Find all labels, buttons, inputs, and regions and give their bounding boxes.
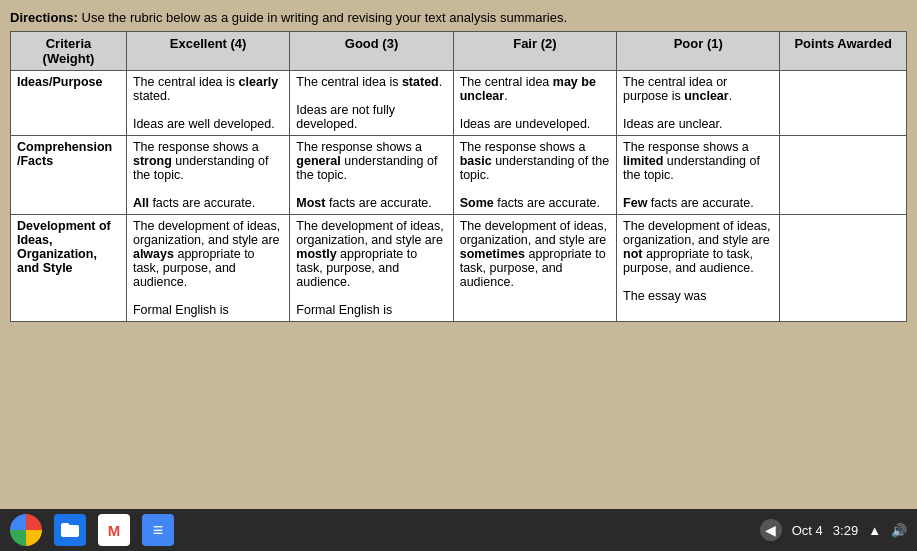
header-good: Good (3): [290, 32, 453, 71]
good-cell-3: The development of ideas, organization, …: [290, 215, 453, 322]
criteria-cell: Ideas/Purpose: [11, 71, 127, 136]
fair-cell-2: The response shows a basic understanding…: [453, 136, 616, 215]
header-fair: Fair (2): [453, 32, 616, 71]
table-row: Ideas/Purpose The central idea is clearl…: [11, 71, 907, 136]
wifi-icon: ▲: [868, 523, 881, 538]
points-cell-3: [780, 215, 907, 322]
docs-icon[interactable]: ≡: [142, 514, 174, 546]
table-row: Comprehension/Facts The response shows a…: [11, 136, 907, 215]
directions-body: Use the rubric below as a guide in writi…: [82, 10, 568, 25]
good-cell-1: The central idea is stated. Ideas are no…: [290, 71, 453, 136]
poor-cell-1: The central idea or purpose is unclear. …: [617, 71, 780, 136]
fair-cell-3: The development of ideas, organization, …: [453, 215, 616, 322]
points-cell-2: [780, 136, 907, 215]
gmail-icon[interactable]: M: [98, 514, 130, 546]
clock-display: 3:29: [833, 523, 858, 538]
volume-icon: 🔊: [891, 523, 907, 538]
excellent-cell-1: The central idea is clearly stated. Idea…: [126, 71, 289, 136]
excellent-cell-2: The response shows a strong understandin…: [126, 136, 289, 215]
rubric-table: Criteria(Weight) Excellent (4) Good (3) …: [10, 31, 907, 322]
header-criteria: Criteria(Weight): [11, 32, 127, 71]
header-excellent: Excellent (4): [126, 32, 289, 71]
poor-cell-2: The response shows a limited understandi…: [617, 136, 780, 215]
criteria-cell: Comprehension/Facts: [11, 136, 127, 215]
excellent-cell-3: The development of ideas, organization, …: [126, 215, 289, 322]
criteria-label: Comprehension/Facts: [17, 140, 112, 168]
main-content: Directions: Use the rubric below as a gu…: [0, 0, 917, 322]
nav-circle[interactable]: ◀: [760, 519, 782, 541]
criteria-label: Development of Ideas, Organization, and …: [17, 219, 111, 275]
table-header-row: Criteria(Weight) Excellent (4) Good (3) …: [11, 32, 907, 71]
taskbar: M ≡ ◀ Oct 4 3:29 ▲ 🔊: [0, 509, 917, 551]
files-icon[interactable]: [54, 514, 86, 546]
header-points: Points Awarded: [780, 32, 907, 71]
taskbar-right: ◀ Oct 4 3:29 ▲ 🔊: [760, 519, 907, 541]
points-cell-1: [780, 71, 907, 136]
poor-cell-3: The development of ideas, organization, …: [617, 215, 780, 322]
directions-label: Directions:: [10, 10, 78, 25]
table-row: Development of Ideas, Organization, and …: [11, 215, 907, 322]
header-poor: Poor (1): [617, 32, 780, 71]
fair-cell-1: The central idea may be unclear. Ideas a…: [453, 71, 616, 136]
good-cell-2: The response shows a general understandi…: [290, 136, 453, 215]
date-display: Oct 4: [792, 523, 823, 538]
directions-text: Directions: Use the rubric below as a gu…: [10, 10, 907, 25]
criteria-label: Ideas/Purpose: [17, 75, 102, 89]
criteria-cell: Development of Ideas, Organization, and …: [11, 215, 127, 322]
chrome-icon[interactable]: [10, 514, 42, 546]
